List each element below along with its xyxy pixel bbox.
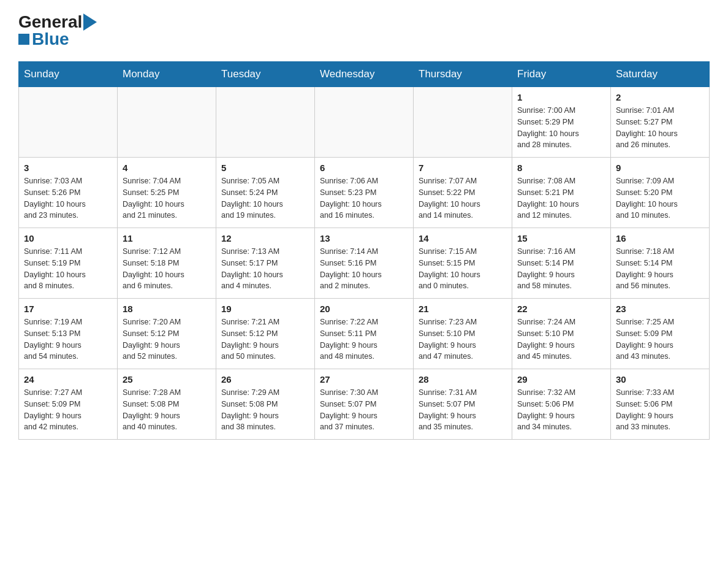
day-info: Sunrise: 7:06 AM Sunset: 5:23 PM Dayligh… <box>320 175 408 221</box>
calendar-cell: 26Sunrise: 7:29 AM Sunset: 5:08 PM Dayli… <box>216 369 315 440</box>
day-number: 14 <box>419 233 507 243</box>
day-info: Sunrise: 7:14 AM Sunset: 5:16 PM Dayligh… <box>320 246 408 292</box>
day-number: 24 <box>24 374 112 385</box>
day-info: Sunrise: 7:20 AM Sunset: 5:12 PM Dayligh… <box>123 316 211 362</box>
weekday-header-thursday: Thursday <box>414 62 512 87</box>
day-info: Sunrise: 7:28 AM Sunset: 5:08 PM Dayligh… <box>123 387 211 433</box>
day-info: Sunrise: 7:25 AM Sunset: 5:09 PM Dayligh… <box>616 316 704 362</box>
day-number: 12 <box>221 233 309 243</box>
logo-blue-text: Blue <box>32 29 69 49</box>
day-info: Sunrise: 7:21 AM Sunset: 5:12 PM Dayligh… <box>221 316 309 362</box>
calendar-cell: 20Sunrise: 7:22 AM Sunset: 5:11 PM Dayli… <box>315 299 414 369</box>
day-info: Sunrise: 7:09 AM Sunset: 5:20 PM Dayligh… <box>616 175 704 221</box>
calendar-cell: 19Sunrise: 7:21 AM Sunset: 5:12 PM Dayli… <box>216 299 315 369</box>
calendar-cell: 8Sunrise: 7:08 AM Sunset: 5:21 PM Daylig… <box>512 158 611 228</box>
logo-row2: Blue <box>18 29 69 49</box>
day-number: 13 <box>320 233 408 243</box>
day-number: 9 <box>616 163 704 173</box>
weekday-header-saturday: Saturday <box>611 62 710 87</box>
calendar-cell: 21Sunrise: 7:23 AM Sunset: 5:10 PM Dayli… <box>414 299 512 369</box>
day-number: 4 <box>123 163 211 173</box>
calendar-cell: 13Sunrise: 7:14 AM Sunset: 5:16 PM Dayli… <box>315 228 414 299</box>
day-number: 26 <box>221 374 309 385</box>
svg-marker-0 <box>83 13 97 31</box>
calendar-cell: 15Sunrise: 7:16 AM Sunset: 5:14 PM Dayli… <box>512 228 611 299</box>
day-number: 25 <box>123 374 211 385</box>
calendar-cell: 17Sunrise: 7:19 AM Sunset: 5:13 PM Dayli… <box>19 299 118 369</box>
day-number: 23 <box>616 304 704 314</box>
calendar-cell: 6Sunrise: 7:06 AM Sunset: 5:23 PM Daylig… <box>315 158 414 228</box>
week-row-1: 1Sunrise: 7:00 AM Sunset: 5:29 PM Daylig… <box>19 87 710 158</box>
calendar-cell: 3Sunrise: 7:03 AM Sunset: 5:26 PM Daylig… <box>19 158 118 228</box>
day-number: 29 <box>517 374 605 385</box>
day-info: Sunrise: 7:32 AM Sunset: 5:06 PM Dayligh… <box>517 387 605 433</box>
calendar-cell: 9Sunrise: 7:09 AM Sunset: 5:20 PM Daylig… <box>611 158 710 228</box>
day-info: Sunrise: 7:13 AM Sunset: 5:17 PM Dayligh… <box>221 246 309 292</box>
calendar-cell: 2Sunrise: 7:01 AM Sunset: 5:27 PM Daylig… <box>611 87 710 158</box>
day-number: 3 <box>24 163 112 173</box>
calendar-cell: 29Sunrise: 7:32 AM Sunset: 5:06 PM Dayli… <box>512 369 611 440</box>
calendar-cell: 27Sunrise: 7:30 AM Sunset: 5:07 PM Dayli… <box>315 369 414 440</box>
day-number: 17 <box>24 304 112 314</box>
day-info: Sunrise: 7:08 AM Sunset: 5:21 PM Dayligh… <box>517 175 605 221</box>
weekday-header-wednesday: Wednesday <box>315 62 414 87</box>
calendar-cell: 22Sunrise: 7:24 AM Sunset: 5:10 PM Dayli… <box>512 299 611 369</box>
day-info: Sunrise: 7:07 AM Sunset: 5:22 PM Dayligh… <box>419 175 507 221</box>
day-number: 5 <box>221 163 309 173</box>
day-number: 19 <box>221 304 309 314</box>
day-info: Sunrise: 7:18 AM Sunset: 5:14 PM Dayligh… <box>616 246 704 292</box>
calendar-cell: 30Sunrise: 7:33 AM Sunset: 5:06 PM Dayli… <box>611 369 710 440</box>
week-row-5: 24Sunrise: 7:27 AM Sunset: 5:09 PM Dayli… <box>19 369 710 440</box>
day-info: Sunrise: 7:11 AM Sunset: 5:19 PM Dayligh… <box>24 246 112 292</box>
day-info: Sunrise: 7:01 AM Sunset: 5:27 PM Dayligh… <box>616 105 704 151</box>
calendar-cell: 7Sunrise: 7:07 AM Sunset: 5:22 PM Daylig… <box>414 158 512 228</box>
day-info: Sunrise: 7:12 AM Sunset: 5:18 PM Dayligh… <box>123 246 211 292</box>
calendar-cell <box>315 87 414 158</box>
day-info: Sunrise: 7:03 AM Sunset: 5:26 PM Dayligh… <box>24 175 112 221</box>
week-row-2: 3Sunrise: 7:03 AM Sunset: 5:26 PM Daylig… <box>19 158 710 228</box>
day-number: 16 <box>616 233 704 243</box>
svg-rect-1 <box>18 34 29 45</box>
day-number: 21 <box>419 304 507 314</box>
day-info: Sunrise: 7:27 AM Sunset: 5:09 PM Dayligh… <box>24 387 112 433</box>
calendar-cell: 4Sunrise: 7:04 AM Sunset: 5:25 PM Daylig… <box>118 158 216 228</box>
day-info: Sunrise: 7:23 AM Sunset: 5:10 PM Dayligh… <box>419 316 507 362</box>
day-info: Sunrise: 7:05 AM Sunset: 5:24 PM Dayligh… <box>221 175 309 221</box>
day-number: 11 <box>123 233 211 243</box>
day-number: 18 <box>123 304 211 314</box>
day-info: Sunrise: 7:31 AM Sunset: 5:07 PM Dayligh… <box>419 387 507 433</box>
day-number: 20 <box>320 304 408 314</box>
calendar-table: SundayMondayTuesdayWednesdayThursdayFrid… <box>18 61 710 440</box>
day-number: 10 <box>24 233 112 243</box>
day-number: 15 <box>517 233 605 243</box>
calendar-cell: 16Sunrise: 7:18 AM Sunset: 5:14 PM Dayli… <box>611 228 710 299</box>
day-number: 22 <box>517 304 605 314</box>
weekday-header-friday: Friday <box>512 62 611 87</box>
calendar-cell: 5Sunrise: 7:05 AM Sunset: 5:24 PM Daylig… <box>216 158 315 228</box>
calendar-cell: 23Sunrise: 7:25 AM Sunset: 5:09 PM Dayli… <box>611 299 710 369</box>
day-number: 8 <box>517 163 605 173</box>
day-info: Sunrise: 7:15 AM Sunset: 5:15 PM Dayligh… <box>419 246 507 292</box>
week-row-3: 10Sunrise: 7:11 AM Sunset: 5:19 PM Dayli… <box>19 228 710 299</box>
day-number: 30 <box>616 374 704 385</box>
logo-square-svg <box>18 34 29 45</box>
logo-arrow-icon <box>83 13 97 31</box>
calendar-cell <box>414 87 512 158</box>
weekday-header-tuesday: Tuesday <box>216 62 315 87</box>
day-info: Sunrise: 7:29 AM Sunset: 5:08 PM Dayligh… <box>221 387 309 433</box>
logo: General Blue <box>18 12 97 49</box>
day-info: Sunrise: 7:04 AM Sunset: 5:25 PM Dayligh… <box>123 175 211 221</box>
calendar-cell <box>118 87 216 158</box>
calendar-cell: 14Sunrise: 7:15 AM Sunset: 5:15 PM Dayli… <box>414 228 512 299</box>
page-header: General Blue <box>18 12 710 49</box>
day-number: 6 <box>320 163 408 173</box>
calendar-cell: 10Sunrise: 7:11 AM Sunset: 5:19 PM Dayli… <box>19 228 118 299</box>
day-number: 2 <box>616 92 704 102</box>
day-info: Sunrise: 7:30 AM Sunset: 5:07 PM Dayligh… <box>320 387 408 433</box>
day-info: Sunrise: 7:16 AM Sunset: 5:14 PM Dayligh… <box>517 246 605 292</box>
day-number: 28 <box>419 374 507 385</box>
calendar-cell: 24Sunrise: 7:27 AM Sunset: 5:09 PM Dayli… <box>19 369 118 440</box>
calendar-cell: 11Sunrise: 7:12 AM Sunset: 5:18 PM Dayli… <box>118 228 216 299</box>
weekday-header-monday: Monday <box>118 62 216 87</box>
day-info: Sunrise: 7:19 AM Sunset: 5:13 PM Dayligh… <box>24 316 112 362</box>
